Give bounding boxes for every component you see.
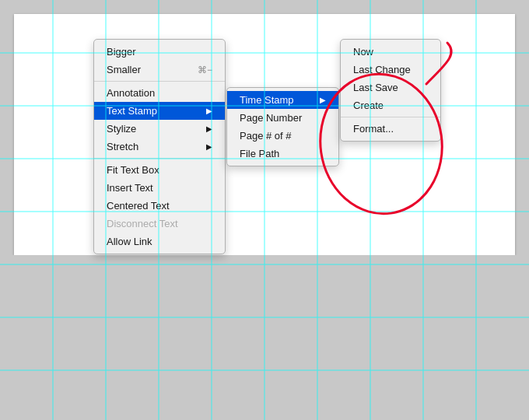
menu-item-file-path[interactable]: File Path [227,145,338,163]
menu-label-smaller: Smaller [107,64,141,75]
menu-label-last-change: Last Change [353,64,411,75]
menu-label-create: Create [353,100,384,111]
menu-item-text-stamp[interactable]: Text Stamp ▶ [94,102,225,120]
menu-label-now: Now [353,46,373,58]
menu-item-fit-text-box[interactable]: Fit Text Box [94,161,225,179]
menu-item-insert-text[interactable]: Insert Text [94,179,225,197]
menu-item-now[interactable]: Now [341,43,440,61]
menu-item-time-stamp[interactable]: Time Stamp ▶ [227,91,338,109]
arrow-icon-time-stamp: ▶ [320,96,326,104]
menu-label-stylize: Stylize [107,123,136,135]
menu-label-stretch: Stretch [107,141,138,152]
menu-label-file-path: File Path [240,148,279,159]
menu-item-stylize[interactable]: Stylize ▶ [94,120,225,138]
menu-item-disconnect-text: Disconnect Text [94,215,225,233]
bottom-area [0,255,529,420]
arrow-icon-stretch: ▶ [206,142,212,151]
tertiary-menu: Now Last Change Last Save Create Format.… [340,39,441,142]
menu-item-last-change[interactable]: Last Change [341,61,440,79]
menu-item-stretch[interactable]: Stretch ▶ [94,138,225,156]
menu-label-allow-link: Allow Link [107,236,152,247]
menu-item-allow-link[interactable]: Allow Link [94,233,225,250]
menu-label-time-stamp: Time Stamp [240,94,294,106]
menu-item-smaller[interactable]: Smaller ⌘− [94,61,225,79]
menu-item-format[interactable]: Format... [341,120,440,138]
menu-item-page-of[interactable]: Page # of # [227,127,338,145]
separator-2 [94,158,225,159]
menu-item-last-save[interactable]: Last Save [341,79,440,96]
menu-item-bigger[interactable]: Bigger [94,43,225,61]
menu-label-page-of: Page # of # [240,130,292,142]
primary-menu: Bigger Smaller ⌘− Annotation Text Stamp … [93,39,226,254]
menu-shortcut-smaller: ⌘− [198,65,212,75]
menu-label-insert-text: Insert Text [107,182,153,194]
menu-label-page-number: Page Number [240,112,302,124]
separator-1 [94,81,225,82]
separator-tertiary [341,117,440,117]
secondary-menu: Time Stamp ▶ Page Number Page # of # Fil… [226,87,339,166]
menu-container: Bigger Smaller ⌘− Annotation Text Stamp … [93,39,441,254]
menu-label-text-stamp: Text Stamp [107,105,157,117]
menu-label-format: Format... [353,123,394,135]
menu-label-annotation: Annotation [107,87,155,99]
arrow-icon-text-stamp: ▶ [206,107,212,115]
menu-item-centered-text[interactable]: Centered Text [94,197,225,215]
menu-item-create[interactable]: Create [341,96,440,114]
menu-label-last-save: Last Save [353,82,398,93]
menu-item-annotation[interactable]: Annotation [94,84,225,102]
menu-item-page-number[interactable]: Page Number [227,109,338,127]
menu-label-bigger: Bigger [107,46,136,58]
arrow-icon-stylize: ▶ [206,124,212,133]
menu-label-disconnect-text: Disconnect Text [107,218,178,229]
menu-label-fit-text-box: Fit Text Box [107,164,159,176]
menu-label-centered-text: Centered Text [107,200,170,212]
